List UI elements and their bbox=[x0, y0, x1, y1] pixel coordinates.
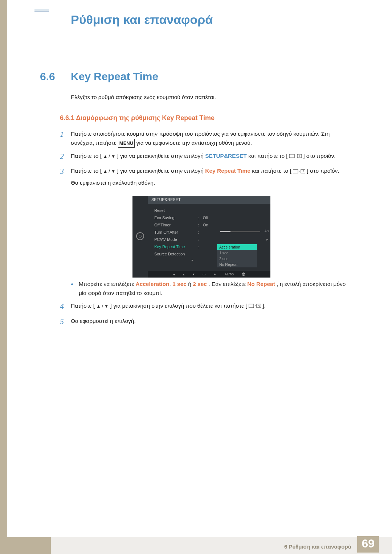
text: ] για μετακίνηση στην επιλογή που θέλετε… bbox=[110, 303, 247, 309]
osd-dropdown-item-selected: Acceleration bbox=[217, 244, 257, 250]
osd-row-label-selected: Key Repeat Time bbox=[154, 245, 198, 249]
text: ]. bbox=[262, 303, 266, 309]
page-number: 69 bbox=[357, 536, 379, 553]
text: ] για να μετακινηθείτε στην επιλογή bbox=[117, 168, 205, 174]
step-num: 4 bbox=[60, 300, 71, 313]
osd-slider bbox=[220, 231, 260, 232]
step-num: 3 bbox=[60, 165, 71, 297]
option: 2 sec bbox=[193, 281, 207, 287]
left-stripe bbox=[0, 0, 7, 554]
svg-rect-4 bbox=[249, 304, 254, 308]
text: ] στο προϊόν. bbox=[303, 153, 335, 159]
bullet-item: ● Μπορείτε να επιλέξετε Acceleration, 1 … bbox=[71, 279, 347, 297]
option: Acceleration bbox=[135, 281, 169, 287]
osd-row-value: On bbox=[203, 223, 208, 227]
enter-return-icon bbox=[293, 167, 305, 176]
menu-button-label: MENU bbox=[118, 139, 135, 147]
chevron-right-icon: ▸ bbox=[266, 237, 268, 241]
up-down-icon: ▲ / ▼ bbox=[103, 169, 115, 174]
highlight: SETUP&RESET bbox=[205, 153, 247, 159]
osd-row-label: Reset bbox=[154, 208, 198, 213]
option: No Repeat bbox=[247, 281, 275, 287]
osd-dropdown: Acceleration 1 sec 2 sec No Repeat bbox=[217, 244, 257, 267]
section-intro: Ελέγξτε το ρυθμό απόκρισης ενός κουμπιού… bbox=[71, 94, 216, 100]
enter-return-icon bbox=[289, 152, 302, 161]
step-num: 1 bbox=[60, 128, 71, 148]
text: και πατήστε το [ bbox=[248, 153, 288, 159]
bullet-icon: ● bbox=[71, 279, 79, 297]
nav-enter-icon: ▭ bbox=[203, 272, 206, 276]
osd-title: SETUP&RESET bbox=[148, 196, 270, 204]
text: ή bbox=[188, 281, 193, 287]
svg-rect-3 bbox=[301, 169, 305, 173]
top-accent bbox=[34, 9, 49, 12]
text: ] για να μετακινηθείτε στην επιλογή bbox=[117, 153, 205, 159]
text: Πατήστε το [ bbox=[71, 153, 102, 159]
text: Πατήστε το [ bbox=[71, 168, 102, 174]
enter-return-icon bbox=[249, 301, 261, 311]
nav-down-icon: ▾ bbox=[193, 272, 195, 276]
osd-dropdown-item: No Repeat bbox=[217, 262, 257, 267]
nav-return-icon: ↩ bbox=[214, 272, 217, 276]
step-1: 1 Πατήστε οποιοδήποτε κουμπί στην πρόσοψ… bbox=[60, 128, 347, 148]
text: και πατήστε το [ bbox=[252, 168, 291, 174]
chevron-down-icon: ▾ bbox=[191, 258, 193, 262]
osd-row-value: Off bbox=[203, 216, 208, 220]
up-down-icon: ▲ / ▼ bbox=[103, 154, 115, 159]
svg-rect-1 bbox=[297, 154, 302, 158]
section-title: Key Repeat Time bbox=[71, 70, 158, 83]
svg-rect-5 bbox=[257, 304, 261, 308]
up-down-icon: ▲ / ▼ bbox=[96, 304, 109, 309]
nav-left-icon: ◂ bbox=[173, 272, 175, 276]
osd-footer: ◂ ▴ ▾ ▭ ↩ AUTO ⏻ bbox=[148, 271, 270, 278]
nav-up-icon: ▴ bbox=[183, 272, 185, 276]
nav-auto-label: AUTO bbox=[225, 272, 234, 276]
gear-icon bbox=[136, 232, 144, 240]
footer-accent bbox=[7, 537, 51, 554]
svg-rect-0 bbox=[289, 154, 294, 158]
osd-dropdown-item: 1 sec bbox=[217, 250, 257, 256]
osd-row-label: Eco Saving bbox=[154, 216, 198, 220]
text: Πατήστε [ bbox=[71, 303, 95, 309]
step-num: 2 bbox=[60, 150, 71, 163]
osd-row-label: PC/AV Mode bbox=[154, 237, 198, 242]
step-4: 4 Πατήστε [ ▲ / ▼ ] για μετακίνηση στην … bbox=[60, 300, 347, 313]
step-num: 5 bbox=[60, 315, 71, 328]
osd-dropdown-item: 2 sec bbox=[217, 256, 257, 262]
osd-body: Reset Eco Saving:Off Off Timer:On Turn O… bbox=[148, 204, 270, 271]
step-5: 5 Θα εφαρμοστεί η επιλογή. bbox=[60, 315, 347, 328]
text: για να εμφανίσετε την αντίστοιχη οθόνη μ… bbox=[136, 140, 252, 146]
text: Θα εφαρμοστεί η επιλογή. bbox=[71, 318, 136, 324]
osd-row-label: Source Detection bbox=[154, 252, 198, 256]
osd-row-label: Off Timer bbox=[154, 223, 198, 227]
text: . Εάν επιλέξετε bbox=[208, 281, 247, 287]
text: ] στο προϊόν. bbox=[307, 168, 339, 174]
highlight: Key Repeat Time bbox=[205, 168, 250, 174]
svg-rect-2 bbox=[293, 169, 298, 173]
text: Μπορείτε να επιλέξετε bbox=[79, 281, 135, 287]
osd-sidebar bbox=[132, 196, 148, 278]
step-2: 2 Πατήστε το [ ▲ / ▼ ] για να μετακινηθε… bbox=[60, 150, 347, 163]
osd-row-label: Turn Off After bbox=[154, 230, 198, 234]
osd-screenshot: SETUP&RESET Reset Eco Saving:Off Off Tim… bbox=[132, 196, 270, 278]
option: 1 sec bbox=[172, 281, 187, 287]
text: Θα εμφανιστεί η ακόλουθη οθόνη. bbox=[71, 180, 155, 186]
footer-text: 6 Ρύθμιση και επαναφορά bbox=[284, 543, 351, 550]
subsection-heading: 6.6.1 Διαμόρφωση της ρύθμισης Key Repeat… bbox=[60, 114, 215, 122]
section-number: 6.6 bbox=[40, 70, 55, 83]
osd-slider-value: 4h bbox=[265, 229, 269, 233]
chapter-title: Ρύθμιση και επαναφορά bbox=[71, 13, 213, 27]
power-icon: ⏻ bbox=[242, 272, 245, 276]
